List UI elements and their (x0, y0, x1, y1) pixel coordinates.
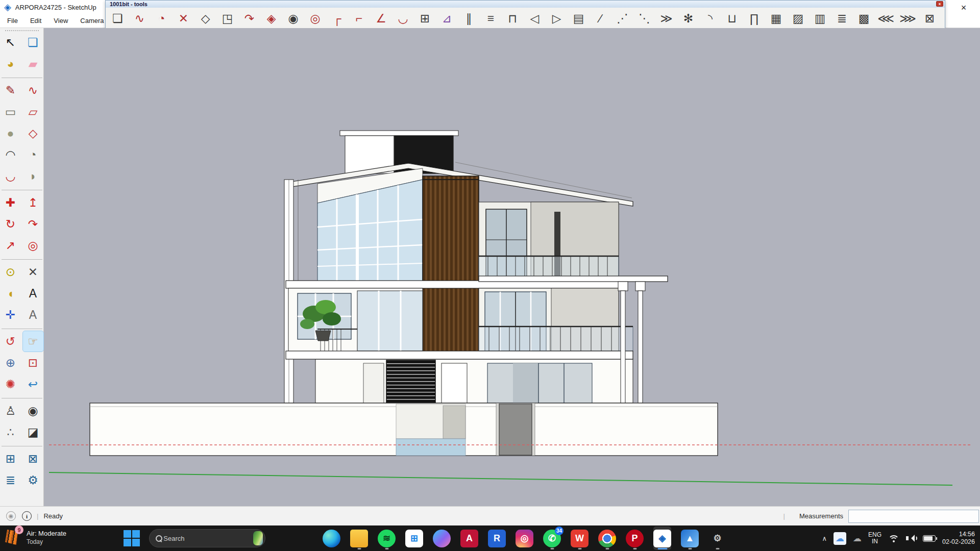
taskbar-file-explorer[interactable] (350, 527, 368, 550)
battery-icon[interactable] (923, 535, 936, 542)
stair-run-tool[interactable]: ⋰ (614, 9, 631, 28)
angle-vertex-tool[interactable]: ∠ (373, 9, 389, 28)
orbit-tool[interactable]: ↺ (1, 331, 21, 352)
shelf-rack-tool[interactable]: ▤ (570, 9, 587, 28)
stair-steps-tool[interactable]: ⋱ (636, 9, 653, 28)
taskbar-spotify[interactable]: ≋ (378, 527, 396, 550)
pie-tool[interactable]: ◔ (23, 144, 43, 165)
model-canvas[interactable] (44, 28, 980, 506)
select-tool[interactable]: ↖ (1, 32, 21, 53)
extension-layers-tool[interactable]: ≣ (1, 470, 21, 490)
two-point-arc-tool[interactable]: ◡ (1, 166, 21, 186)
pyramid-box-tool[interactable]: ◈ (263, 9, 280, 28)
extension-sync-tool[interactable]: ⊠ (23, 448, 43, 469)
taskbar-edge[interactable] (323, 527, 340, 550)
3d-text-tool[interactable]: A (23, 305, 43, 325)
axes-tool[interactable]: ✛ (1, 305, 21, 325)
window-close-button[interactable]: × (957, 2, 971, 13)
scale-tool[interactable]: ↗ (1, 235, 21, 256)
weather-widget[interactable]: 9 Air: Moderate Today (4, 528, 66, 547)
taskbar-whatsapp[interactable]: ✆ 34 (543, 527, 561, 550)
cut-plane-tool[interactable]: ⊿ (438, 9, 455, 28)
arc-tool[interactable]: ◠ (1, 144, 21, 165)
grille-panel-tool[interactable]: ▦ (768, 9, 785, 28)
hatch-diagonal-tool[interactable]: ▨ (790, 9, 806, 28)
node-point-tool[interactable]: ◎ (307, 9, 324, 28)
offset-curve-tool[interactable]: ◡ (395, 9, 411, 28)
taskbar-chrome[interactable] (598, 527, 616, 550)
clock[interactable]: 14:56 02-02-2026 (942, 531, 975, 546)
rafters-tool[interactable]: ⋘ (877, 9, 894, 28)
zoom-window-tool[interactable]: ⊡ (23, 353, 43, 373)
taskbar-pinterest[interactable]: P (626, 527, 644, 550)
follow-me-tool[interactable]: ↷ (23, 214, 43, 234)
frame-grid-tool[interactable]: ⊞ (416, 9, 433, 28)
rotate-tool[interactable]: ↻ (1, 214, 21, 234)
ramp-slope-tool[interactable]: ∕ (592, 9, 609, 28)
three-point-arc-tool[interactable]: ◗ (23, 166, 43, 186)
plugin-toolbar-close-button[interactable]: x (936, 1, 943, 7)
polygon-tool[interactable]: ◇ (23, 123, 43, 143)
tape-measure-tool[interactable]: ⊙ (1, 262, 21, 282)
start-button[interactable] (124, 530, 140, 546)
fence-vertical-tool[interactable]: ≣ (834, 9, 850, 28)
curved-stair-tool[interactable]: ◝ (702, 9, 719, 28)
tray-overflow-chevron-icon[interactable]: ∧ (822, 535, 827, 542)
paint-bucket-tool[interactable]: ◕ (1, 54, 21, 74)
extension-settings-tool[interactable]: ⚙ (23, 470, 43, 490)
push-pull-tool[interactable]: ↥ (23, 192, 43, 213)
previous-view-tool[interactable]: ↩ (23, 374, 43, 394)
panel-flip-right-tool[interactable]: ▷ (548, 9, 565, 28)
sweep-arc-tool[interactable]: ↷ (241, 9, 258, 28)
revolve-profile-tool[interactable]: ◔ (153, 9, 170, 28)
menu-file[interactable]: File (1, 14, 24, 27)
plugin-toolbar-titlebar[interactable]: 1001bit - tools x (106, 1, 945, 8)
zoom-extents-tool[interactable]: ✺ (1, 374, 21, 394)
extrude-face-tool[interactable]: ◳ (219, 9, 236, 28)
roof-fold-tool[interactable]: ⊠ (921, 9, 938, 28)
columns-cluster-tool[interactable]: ≡ (482, 9, 499, 28)
lattice-tool[interactable]: ▩ (855, 9, 872, 28)
taskbar-revit[interactable]: R (488, 527, 506, 550)
column-ring-tool[interactable]: ⊓ (504, 9, 521, 28)
toolbar-grip[interactable] (5, 30, 39, 31)
info-icon[interactable]: i (22, 511, 32, 521)
make-component-tool[interactable]: ❏ (23, 32, 43, 53)
taskbar-copilot[interactable] (433, 527, 451, 550)
protractor-tool[interactable]: ◖ (1, 283, 21, 304)
search-input[interactable] (163, 535, 253, 542)
taskbar-autocad[interactable]: A (460, 527, 478, 550)
dimension-tool[interactable]: ✕ (23, 262, 43, 282)
line-tool[interactable]: ✎ (1, 80, 21, 101)
freehand-tool[interactable]: ∿ (23, 80, 43, 101)
louver-stack-tool[interactable]: ▥ (812, 9, 828, 28)
volume-icon[interactable] (906, 534, 916, 542)
chamfer-corner-tool[interactable]: ⌐ (351, 9, 368, 28)
taskbar-photos[interactable]: ▲ (681, 527, 699, 550)
rotated-rectangle-tool[interactable]: ▱ (23, 102, 43, 122)
offset-tool[interactable]: ◎ (23, 235, 43, 256)
wifi-icon[interactable] (888, 534, 899, 543)
taskbar-microsoft-store[interactable]: ⊞ (405, 527, 423, 550)
position-camera-tool[interactable]: ♙ (1, 400, 21, 421)
eraser-tool[interactable]: ▰ (23, 54, 43, 74)
intersect-lines-tool[interactable]: ✕ (175, 9, 192, 28)
section-plane-tool[interactable]: ◪ (23, 422, 43, 442)
look-around-tool[interactable]: ◉ (23, 400, 43, 421)
landing-tool[interactable]: ⊔ (724, 9, 741, 28)
draw-face-tool[interactable]: ❏ (109, 9, 126, 28)
taskbar-instagram[interactable]: ◎ (516, 527, 533, 550)
spiral-stair-tool[interactable]: ✻ (680, 9, 697, 28)
language-indicator[interactable]: ENG IN (868, 532, 881, 545)
geolocation-icon[interactable]: ◉ (6, 511, 16, 521)
zoom-tool[interactable]: ⊕ (1, 353, 21, 373)
door-frame-tool[interactable]: ∏ (746, 9, 763, 28)
stair-branch-tool[interactable]: ≫ (658, 9, 675, 28)
polygon-dashed-tool[interactable]: ◇ (197, 9, 214, 28)
pan-tool[interactable]: ☞ (23, 331, 43, 352)
polyline-nodes-tool[interactable]: ∿ (131, 9, 148, 28)
taskbar-wps-office[interactable]: W (571, 527, 589, 550)
walk-tool[interactable]: ∴ (1, 422, 21, 442)
panel-flip-left-tool[interactable]: ◁ (526, 9, 543, 28)
rectangle-tool[interactable]: ▭ (1, 102, 21, 122)
